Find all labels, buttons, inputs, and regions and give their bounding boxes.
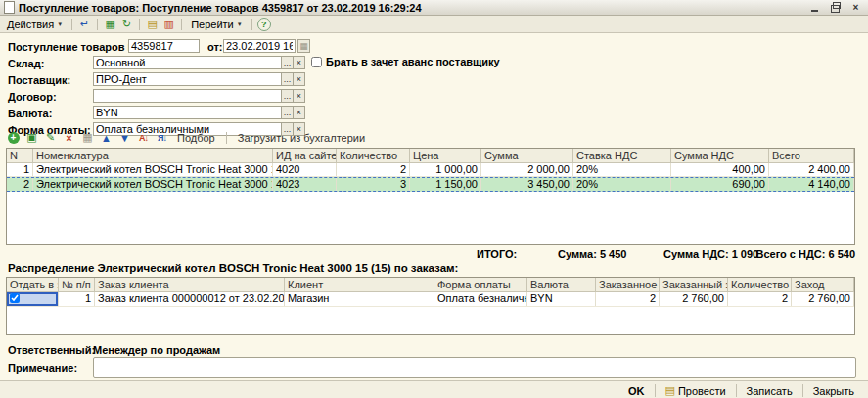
supplier-clear-button[interactable]: ×	[293, 72, 305, 86]
note-input[interactable]	[93, 357, 856, 378]
sort-desc-button[interactable]: Я↓	[155, 131, 169, 145]
currency-clear-button[interactable]: ×	[293, 106, 305, 119]
actions-menu-button[interactable]: Действия ▼	[3, 18, 67, 31]
cell-sum[interactable]: 2 000,00	[481, 163, 573, 176]
add-icon: +	[8, 132, 20, 144]
cell-nomenclature[interactable]: Электрический котел BOSCH Tronic Heat 30…	[33, 163, 273, 176]
supplier-input[interactable]	[93, 72, 282, 86]
distribution-table-header: Отдать в заказ № п/п Заказ клиента Клиен…	[7, 278, 854, 292]
doc-add-icon[interactable]: ▤	[145, 18, 160, 30]
cell-n[interactable]: 1	[7, 163, 33, 176]
advance-checkbox-row: Брать в зачет аванс поставщику	[311, 56, 500, 67]
refresh-icon[interactable]: ↻	[119, 18, 134, 30]
cell-ordered-sum[interactable]: 2 760,00	[660, 292, 728, 306]
advance-checkbox[interactable]	[311, 57, 322, 67]
close-button[interactable]: ×	[847, 1, 864, 14]
doc-date-input[interactable]	[223, 39, 296, 53]
move-up-button[interactable]: ▲	[99, 131, 114, 145]
close-form-button[interactable]: Закрыть	[807, 385, 860, 397]
column-header-total: Всего	[769, 149, 854, 162]
doc-date-label: от:	[207, 41, 223, 53]
cell-price[interactable]: 1 000,00	[410, 163, 481, 176]
give-to-order-checkbox[interactable]	[10, 293, 20, 303]
cell-sum[interactable]: 2 760,00	[792, 292, 854, 306]
distribution-table: Отдать в заказ № п/п Заказ клиента Клиен…	[6, 277, 855, 335]
cell-vat-rate[interactable]: 20%	[573, 163, 671, 176]
toolbar-separator	[97, 19, 98, 30]
cell-total[interactable]: 2 400,00	[769, 163, 854, 176]
cell-sum[interactable]: 3 450,00	[481, 178, 573, 191]
responsible-value: Менеждер по продажам	[93, 344, 220, 356]
calendar-button[interactable]: ▦	[297, 39, 310, 53]
cell-nomenclature[interactable]: Электрический котел BOSCH Tronic Heat 30…	[33, 178, 273, 191]
contract-input[interactable]	[93, 89, 282, 103]
column-header-sum: Заход	[792, 278, 854, 291]
add-row-button[interactable]: +	[6, 131, 21, 145]
chevron-down-icon: ▼	[237, 22, 243, 27]
cell-site-id[interactable]: 4023	[273, 178, 337, 191]
cell-price[interactable]: 1 150,00	[410, 178, 481, 191]
column-header-price: Цена	[410, 149, 481, 162]
minimize-button[interactable]	[806, 1, 823, 14]
currency-input[interactable]	[93, 106, 282, 119]
doc-number-input[interactable]	[128, 39, 200, 53]
actions-label: Действия	[7, 19, 54, 30]
load-from-accounting-button[interactable]: Загрузить из бухгалтерии	[234, 132, 369, 144]
delete-row-button[interactable]: ×	[62, 131, 76, 145]
toolbar-separator	[139, 19, 140, 30]
cell-vat-sum[interactable]: 400,00	[671, 163, 769, 176]
window-title: Поступление товаров: Поступление товаров…	[19, 2, 802, 14]
column-header-ordered-sum: Заказанный заход	[660, 278, 728, 291]
totals-vat-value: 1 090	[732, 248, 759, 260]
copy-row-button[interactable]: ▣	[24, 131, 39, 145]
note-label: Примечание:	[8, 362, 77, 374]
cell-currency[interactable]: BYN	[527, 292, 596, 306]
totals-grand-label: Всего с НДС:	[755, 248, 825, 260]
items-table-header: N Номенклатура ИД на сайте Количество Це…	[7, 149, 854, 163]
toolbar-separator	[226, 132, 227, 144]
save-button[interactable]: Записать	[741, 385, 799, 397]
post-document-button[interactable]: ▤ Провести	[660, 384, 732, 397]
totals-itogo-label: ИТОГО:	[477, 248, 517, 260]
restore-button[interactable]	[827, 1, 844, 14]
button-separator	[655, 384, 656, 397]
toolbar-separator	[181, 19, 182, 30]
cell-quantity[interactable]: 2	[728, 292, 792, 306]
edit-row-button[interactable]: ✎	[43, 131, 58, 145]
table-row: 1 Заказ клиента 000000012 от 23.02.2019 …	[7, 292, 854, 307]
cell-client[interactable]: Магазин	[285, 292, 434, 306]
contract-label: Договор:	[8, 91, 57, 103]
chevron-down-icon: ▼	[57, 22, 63, 27]
cell-payment-form[interactable]: Оплата безналичными	[434, 292, 527, 306]
column-header-site-id: ИД на сайте	[273, 149, 337, 162]
cell-vat-sum[interactable]: 690,00	[671, 178, 769, 191]
doc-export-icon[interactable]: ▥	[161, 18, 176, 30]
contract-clear-button[interactable]: ×	[293, 89, 305, 103]
end-edit-button[interactable]: ▦	[80, 131, 95, 145]
warehouse-input[interactable]	[93, 56, 282, 69]
cell-site-id[interactable]: 4020	[273, 163, 337, 176]
cell-row-num[interactable]: 1	[59, 292, 95, 306]
goto-menu-button[interactable]: Перейти ▼	[187, 18, 247, 31]
totals-sum: Сумма: 5 450	[558, 248, 626, 260]
distribution-title: Распределение Электрический котел BOSCH …	[8, 262, 458, 274]
pick-items-button[interactable]: Подбор	[173, 132, 219, 144]
help-icon[interactable]: ?	[257, 18, 271, 31]
minimize-icon	[811, 10, 818, 12]
ok-button[interactable]: OK	[622, 385, 651, 397]
cell-client-order[interactable]: Заказ клиента 000000012 от 23.02.2019 15…	[95, 292, 285, 306]
sort-asc-button[interactable]: А↓	[136, 131, 151, 145]
warehouse-clear-button[interactable]: ×	[293, 56, 305, 69]
totals-vat: Сумма НДС: 1 090	[663, 248, 758, 260]
post-icon[interactable]: ↵	[77, 18, 92, 30]
cell-give-to-order[interactable]	[7, 292, 59, 306]
cell-quantity[interactable]: 3	[337, 178, 410, 191]
values-table-icon[interactable]: ▦	[103, 18, 117, 30]
move-down-button[interactable]: ▼	[117, 131, 132, 145]
cell-quantity[interactable]: 2	[337, 163, 410, 176]
column-header-client: Клиент	[285, 278, 434, 291]
cell-ordered-qty[interactable]: 2	[596, 292, 660, 306]
cell-total[interactable]: 4 140,00	[769, 178, 854, 191]
cell-n[interactable]: 2	[7, 178, 33, 191]
cell-vat-rate[interactable]: 20%	[573, 178, 671, 191]
